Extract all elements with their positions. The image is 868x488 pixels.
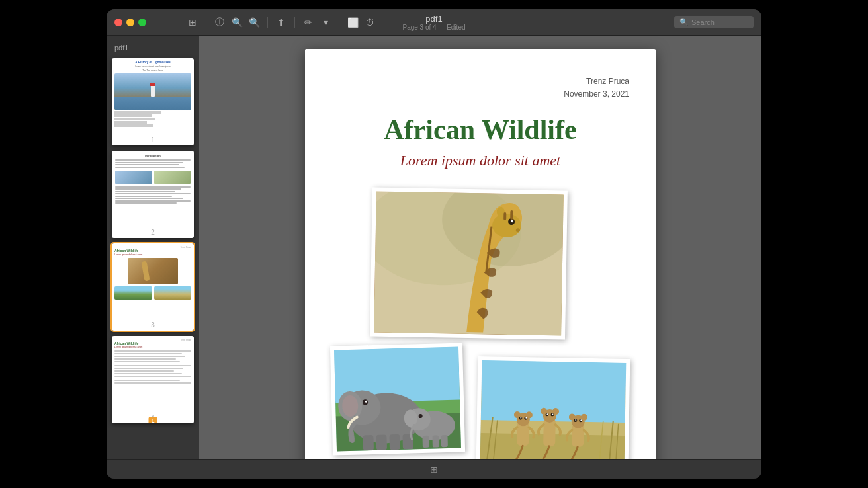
divider2: [267, 17, 268, 28]
page-thumbnail-1[interactable]: A History of Lighthouses Lorem ipsum dol…: [112, 58, 194, 145]
page-header-info: Trenz Pruca November 3, 2021: [331, 75, 629, 101]
svg-rect-7: [503, 212, 506, 220]
sidebar-toggle-icon[interactable]: ⊞: [186, 16, 199, 29]
meerkats-illustration: [480, 360, 627, 459]
traffic-lights: [114, 19, 146, 26]
bottom-page-icon: ⊞: [430, 464, 438, 475]
elephant-photo: [330, 343, 465, 456]
svg-rect-17: [376, 435, 387, 450]
giraffe-illustration: [374, 192, 564, 336]
svg-rect-25: [422, 436, 429, 448]
sidebar-filename-label: pdf1: [112, 42, 194, 53]
close-button[interactable]: [114, 19, 122, 26]
photo-collage: [331, 189, 629, 459]
clock-icon[interactable]: ⏱: [363, 16, 376, 29]
search-bar[interactable]: 🔍 Search: [674, 16, 754, 28]
svg-rect-8: [510, 210, 513, 220]
minimize-button[interactable]: [126, 19, 134, 26]
svg-rect-26: [432, 436, 439, 448]
page-date: November 3, 2021: [331, 88, 629, 101]
share-icon[interactable]: ⬆: [275, 16, 288, 29]
main-content: pdf1 A History of Lighthouses Lorem ipsu…: [107, 36, 761, 459]
pen-dropdown-icon[interactable]: ▾: [319, 16, 332, 29]
window-icon[interactable]: ⬜: [346, 16, 359, 29]
divider3: [294, 17, 295, 28]
left-toolbar-icons: ⊞ ⓘ 🔍 🔍 ⬆ ✏ ▾ ⬜ ⏱: [186, 16, 376, 29]
svg-rect-27: [441, 435, 447, 447]
right-toolbar-icons: 🔍 Search: [674, 16, 754, 28]
page-thumbnail-4[interactable]: Trenz Pruca African Wildlife Lorem ipsum…: [112, 336, 194, 423]
divider: [206, 17, 206, 28]
divider4: [339, 17, 339, 28]
elephant-illustration: [334, 347, 461, 452]
svg-rect-16: [363, 435, 374, 450]
page-thumbnail-3[interactable]: Trenz Pruca African Wildlife Lorem ipsum…: [112, 243, 194, 331]
zoom-out-icon[interactable]: 🔍: [230, 16, 243, 29]
title-bar-center: pdf1 Page 3 of 4 — Edited: [402, 14, 465, 31]
giraffe-photo: [370, 188, 568, 340]
app-window: ⊞ ⓘ 🔍 🔍 ⬆ ✏ ▾ ⬜ ⏱ pdf1 Page 3 of 4 — Edi…: [107, 9, 761, 479]
pdf-viewer[interactable]: Trenz Pruca November 3, 2021 African Wil…: [199, 36, 761, 459]
page-number-2: 2: [112, 227, 194, 238]
svg-rect-18: [389, 434, 400, 450]
page-subtitle: Lorem ipsum dolor sit amet: [331, 152, 629, 169]
search-placeholder: Search: [691, 19, 715, 26]
document-filename: pdf1: [425, 14, 442, 24]
document-subtitle: Page 3 of 4 — Edited: [402, 24, 465, 31]
page-badge-4: 1: [148, 417, 157, 423]
zoom-in-icon[interactable]: 🔍: [247, 16, 261, 29]
sidebar: pdf1 A History of Lighthouses Lorem ipsu…: [107, 36, 199, 459]
title-bar: ⊞ ⓘ 🔍 🔍 ⬆ ✏ ▾ ⬜ ⏱ pdf1 Page 3 of 4 — Edi…: [107, 9, 761, 36]
page-main-title: African Wildlife: [331, 114, 629, 145]
search-icon: 🔍: [679, 18, 689, 26]
page-number-3: 3: [112, 319, 194, 331]
meerkats-photo: [476, 356, 630, 459]
author-name: Trenz Pruca: [331, 75, 629, 88]
info-icon[interactable]: ⓘ: [213, 16, 226, 29]
page-number-1: 1: [112, 134, 194, 145]
page-thumbnail-2[interactable]: Introduction: [112, 151, 194, 238]
pen-icon[interactable]: ✏: [302, 16, 315, 29]
fullscreen-button[interactable]: [138, 19, 146, 26]
bottom-bar: ⊞: [107, 459, 761, 479]
pdf-page: Trenz Pruca November 3, 2021 African Wil…: [305, 49, 656, 459]
